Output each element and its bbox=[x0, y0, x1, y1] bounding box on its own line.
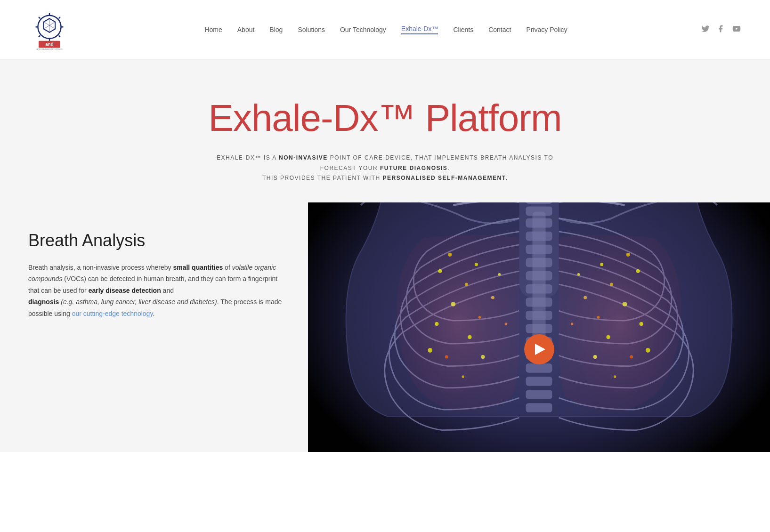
svg-point-62 bbox=[593, 355, 597, 359]
hero-desc-period: . bbox=[447, 165, 450, 171]
svg-point-63 bbox=[614, 375, 616, 378]
hero-desc-plain1: EXHALE-DX™ IS A bbox=[217, 154, 276, 161]
hero-description: EXHALE-DX™ IS A NON-INVASIVE POINT OF CA… bbox=[202, 153, 569, 184]
svg-point-44 bbox=[491, 296, 494, 299]
svg-point-46 bbox=[445, 355, 448, 358]
svg-point-54 bbox=[636, 269, 640, 273]
breath-analysis-heading: Breath Analysis bbox=[28, 231, 284, 250]
breath-analysis-panel: Breath Analysis Breath analysis, a non-i… bbox=[0, 202, 308, 452]
para-period: . bbox=[153, 310, 154, 317]
svg-point-40 bbox=[465, 282, 468, 286]
video-placeholder[interactable] bbox=[308, 202, 770, 452]
hero-line2-bold: PERSONALISED SELF-MANAGEMENT. bbox=[383, 175, 508, 181]
svg-point-50 bbox=[505, 322, 508, 325]
logo-area: and APPLIED NANODETECTORS bbox=[28, 8, 71, 51]
svg-point-47 bbox=[481, 355, 485, 359]
svg-rect-38 bbox=[526, 403, 552, 412]
svg-text:and: and bbox=[45, 41, 53, 47]
svg-point-51 bbox=[475, 263, 478, 266]
nav-clients[interactable]: Clients bbox=[453, 26, 473, 33]
logo-icon: and APPLIED NANODETECTORS bbox=[28, 8, 71, 51]
para-italic2: (e.g. asthma, lung cancer, liver disease… bbox=[61, 298, 217, 306]
svg-point-53 bbox=[498, 273, 501, 276]
cutting-edge-link[interactable]: our cutting-edge technology bbox=[72, 310, 153, 317]
nav-solutions[interactable]: Solutions bbox=[298, 26, 325, 33]
svg-line-5 bbox=[39, 17, 40, 18]
svg-point-64 bbox=[646, 348, 650, 353]
svg-point-67 bbox=[626, 252, 630, 256]
body-xray-illustration bbox=[308, 202, 770, 452]
svg-rect-36 bbox=[526, 377, 552, 386]
para-bold2: early disease detection bbox=[89, 287, 161, 294]
svg-point-61 bbox=[630, 355, 633, 358]
site-header: and APPLIED NANODETECTORS Home About Blo… bbox=[0, 0, 770, 60]
svg-line-6 bbox=[59, 35, 60, 37]
youtube-icon[interactable] bbox=[731, 24, 742, 35]
nav-blog[interactable]: Blog bbox=[269, 26, 283, 33]
hero-title: Exhale-Dx™ Platform bbox=[28, 97, 742, 139]
svg-point-66 bbox=[600, 263, 603, 266]
svg-point-68 bbox=[577, 273, 580, 276]
para-start: Breath analysis, a non-invasive process … bbox=[28, 264, 173, 271]
para-bold3: diagnosis bbox=[28, 298, 59, 306]
nav-privacy-policy[interactable]: Privacy Policy bbox=[526, 26, 567, 33]
hero-desc-bold1: NON-INVASIVE bbox=[279, 154, 328, 161]
svg-point-45 bbox=[468, 335, 471, 339]
facebook-icon[interactable] bbox=[716, 24, 725, 35]
svg-point-41 bbox=[451, 302, 455, 306]
hero-desc-bold2: FUTURE DIAGNOSIS bbox=[380, 165, 447, 171]
breath-analysis-body: Breath analysis, a non-invasive process … bbox=[28, 262, 284, 320]
svg-rect-22 bbox=[526, 202, 552, 204]
svg-point-39 bbox=[438, 269, 442, 273]
nav-home[interactable]: Home bbox=[204, 26, 222, 33]
svg-rect-37 bbox=[526, 390, 552, 399]
svg-point-57 bbox=[597, 316, 600, 319]
svg-point-52 bbox=[448, 252, 452, 256]
twitter-icon[interactable] bbox=[701, 24, 710, 35]
main-content: Breath Analysis Breath analysis, a non-i… bbox=[0, 202, 770, 452]
nav-about[interactable]: About bbox=[237, 26, 255, 33]
svg-text:APPLIED NANODETECTORS: APPLIED NANODETECTORS bbox=[36, 48, 62, 50]
svg-point-48 bbox=[462, 375, 465, 378]
svg-line-8 bbox=[39, 35, 40, 37]
svg-rect-35 bbox=[526, 363, 552, 373]
svg-point-55 bbox=[610, 282, 613, 286]
svg-point-42 bbox=[478, 316, 481, 319]
nav-exhale-dx[interactable]: Exhale-Dx™ bbox=[401, 25, 438, 34]
hero-line2-plain: THIS PROVIDES THE PATIENT WITH bbox=[262, 175, 381, 181]
svg-point-65 bbox=[571, 322, 574, 325]
para-bold1: small quantities bbox=[173, 264, 223, 271]
main-nav: Home About Blog Solutions Our Technology… bbox=[204, 25, 567, 34]
svg-point-58 bbox=[640, 322, 643, 326]
svg-point-60 bbox=[606, 335, 610, 339]
svg-line-7 bbox=[59, 17, 60, 18]
svg-point-59 bbox=[584, 296, 587, 299]
video-play-button[interactable] bbox=[524, 334, 554, 364]
nav-contact[interactable]: Contact bbox=[488, 26, 511, 33]
hero-section: Exhale-Dx™ Platform EXHALE-DX™ IS A NON-… bbox=[0, 60, 770, 202]
svg-point-56 bbox=[623, 302, 627, 306]
svg-point-43 bbox=[435, 322, 438, 326]
nav-our-technology[interactable]: Our Technology bbox=[340, 26, 386, 33]
video-panel[interactable] bbox=[308, 202, 770, 452]
svg-point-49 bbox=[428, 348, 432, 353]
para-and: and bbox=[161, 287, 174, 294]
social-icons-group bbox=[701, 24, 742, 35]
